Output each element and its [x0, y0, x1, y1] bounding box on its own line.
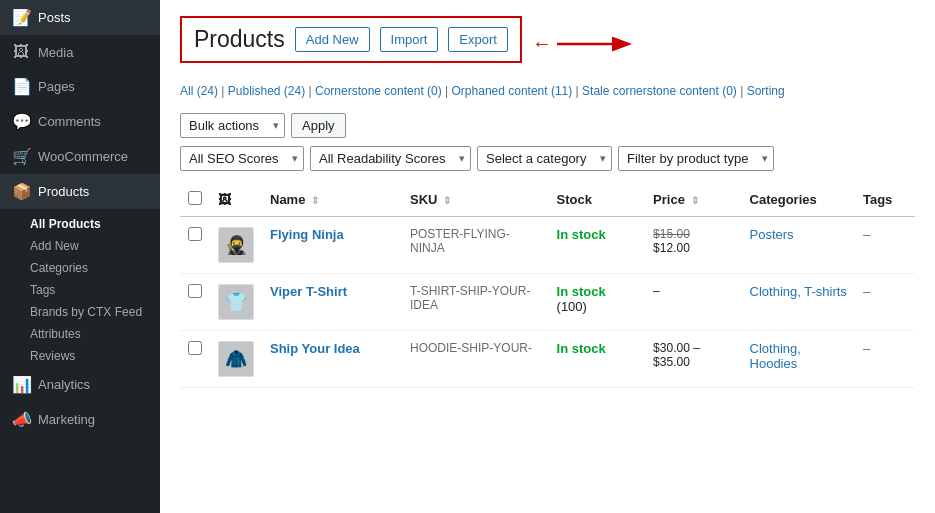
stock-status: In stock: [557, 284, 606, 299]
th-check: [180, 183, 210, 217]
filter-row: All SEO Scores All Readability Scores Se…: [180, 146, 915, 171]
th-name[interactable]: Name ⇕: [262, 183, 402, 217]
row-sku-cell: T-SHIRT-SHIP-YOUR-IDEA: [402, 273, 549, 330]
row-price-cell: $30.00 – $35.00: [645, 330, 741, 387]
table-body: 🥷Flying NinjaPOSTER-FLYING-NINJAIn stock…: [180, 216, 915, 387]
th-categories: Categories: [742, 183, 855, 217]
row-checkbox-2[interactable]: [188, 341, 202, 355]
th-price[interactable]: Price ⇕: [645, 183, 741, 217]
table-row: 🥷Flying NinjaPOSTER-FLYING-NINJAIn stock…: [180, 216, 915, 273]
bulk-actions-select[interactable]: Bulk actions: [180, 113, 285, 138]
import-button[interactable]: Import: [380, 27, 439, 52]
sidebar-item-comments[interactable]: 💬 Comments: [0, 104, 160, 139]
row-sku-cell: POSTER-FLYING-NINJA: [402, 216, 549, 273]
sidebar-sub-categories[interactable]: Categories: [0, 257, 160, 279]
th-stock-label: Stock: [557, 192, 592, 207]
row-price-cell: –: [645, 273, 741, 330]
seo-scores-wrap: All SEO Scores: [180, 146, 304, 171]
stock-status: In stock: [557, 341, 606, 356]
pages-icon: 📄: [12, 77, 30, 96]
tags-value: –: [863, 284, 870, 299]
sidebar-sub-attributes[interactable]: Attributes: [0, 323, 160, 345]
price-new: $30.00 – $35.00: [653, 341, 733, 369]
category-link[interactable]: Clothing, Hoodies: [750, 341, 801, 371]
category-link[interactable]: Posters: [750, 227, 794, 242]
add-new-button[interactable]: Add New: [295, 27, 370, 52]
sidebar-sub-reviews[interactable]: Reviews: [0, 345, 160, 367]
export-button[interactable]: Export: [448, 27, 508, 52]
filter-links: All (24) | Published (24) | Cornerstone …: [180, 81, 915, 103]
row-checkbox-1[interactable]: [188, 284, 202, 298]
filter-published-link[interactable]: Published (24): [228, 84, 305, 98]
category-select[interactable]: Select a category: [477, 146, 612, 171]
row-img-cell: 👕: [210, 273, 262, 330]
sidebar-sub-add-new[interactable]: Add New: [0, 235, 160, 257]
price-new: $12.00: [653, 241, 733, 255]
filter-orphaned-link[interactable]: Orphaned content (11): [452, 84, 573, 98]
thumbnail-icon: 🖼: [218, 192, 231, 207]
sku-sort-icon: ⇕: [443, 195, 451, 206]
sidebar-sub-all-products[interactable]: All Products: [0, 213, 160, 235]
readability-select[interactable]: All Readability Scores: [310, 146, 471, 171]
category-link[interactable]: Clothing, T-shirts: [750, 284, 847, 299]
product-thumbnail: 🥷: [218, 227, 254, 263]
sidebar-item-products[interactable]: 📦 Products: [0, 174, 160, 209]
row-tags-cell: –: [855, 273, 915, 330]
sidebar-item-woocommerce[interactable]: 🛒 WooCommerce: [0, 139, 160, 174]
sidebar-item-analytics[interactable]: 📊 Analytics: [0, 367, 160, 402]
tags-value: –: [863, 227, 870, 242]
page-title: Products: [194, 26, 285, 53]
row-img-cell: 🧥: [210, 330, 262, 387]
product-type-wrap: Filter by product type: [618, 146, 774, 171]
product-name-link[interactable]: Flying Ninja: [270, 227, 344, 242]
sidebar: 📝 Posts 🖼 Media 📄 Pages 💬 Comments 🛒 Woo…: [0, 0, 160, 513]
th-tags: Tags: [855, 183, 915, 217]
posts-icon: 📝: [12, 8, 30, 27]
readability-wrap: All Readability Scores: [310, 146, 471, 171]
sidebar-label-posts: Posts: [38, 10, 71, 25]
sidebar-item-posts[interactable]: 📝 Posts: [0, 0, 160, 35]
woocommerce-icon: 🛒: [12, 147, 30, 166]
sidebar-item-media[interactable]: 🖼 Media: [0, 35, 160, 69]
select-all-checkbox[interactable]: [188, 191, 202, 205]
main-content: Products Add New Import Export ← All (24…: [160, 0, 935, 513]
tags-value: –: [863, 341, 870, 356]
th-stock: Stock: [549, 183, 646, 217]
product-name-link[interactable]: Ship Your Idea: [270, 341, 360, 356]
comments-icon: 💬: [12, 112, 30, 131]
sidebar-sub-brands[interactable]: Brands by CTX Feed: [0, 301, 160, 323]
row-checkbox-cell: [180, 273, 210, 330]
table-header-row: 🖼 Name ⇕ SKU ⇕ Stock Price: [180, 183, 915, 217]
row-stock-cell: In stock: [549, 216, 646, 273]
filter-cornerstone-link[interactable]: Cornerstone content (0): [315, 84, 442, 98]
sidebar-sub-tags[interactable]: Tags: [0, 279, 160, 301]
row-img-cell: 🥷: [210, 216, 262, 273]
product-name-link[interactable]: Viper T-Shirt: [270, 284, 347, 299]
th-img: 🖼: [210, 183, 262, 217]
sidebar-label-comments: Comments: [38, 114, 101, 129]
apply-button[interactable]: Apply: [291, 113, 346, 138]
row-categories-cell: Posters: [742, 216, 855, 273]
media-icon: 🖼: [12, 43, 30, 61]
filter-sorting-link[interactable]: Sorting: [747, 84, 785, 98]
sidebar-sub-section: All Products Add New Categories Tags Bra…: [0, 213, 160, 367]
products-icon: 📦: [12, 182, 30, 201]
row-name-cell: Viper T-Shirt: [262, 273, 402, 330]
product-type-select[interactable]: Filter by product type: [618, 146, 774, 171]
filter-stale-link[interactable]: Stale cornerstone content (0): [582, 84, 737, 98]
th-sku[interactable]: SKU ⇕: [402, 183, 549, 217]
sidebar-item-pages[interactable]: 📄 Pages: [0, 69, 160, 104]
th-price-label: Price: [653, 192, 685, 207]
row-tags-cell: –: [855, 330, 915, 387]
product-thumbnail: 👕: [218, 284, 254, 320]
seo-scores-select[interactable]: All SEO Scores: [180, 146, 304, 171]
row-categories-cell: Clothing, T-shirts: [742, 273, 855, 330]
filter-all-link[interactable]: All (24): [180, 84, 218, 98]
sidebar-item-marketing[interactable]: 📣 Marketing: [0, 402, 160, 437]
row-categories-cell: Clothing, Hoodies: [742, 330, 855, 387]
red-arrow-right-svg: [557, 34, 637, 54]
row-price-cell: $15.00$12.00: [645, 216, 741, 273]
row-checkbox-0[interactable]: [188, 227, 202, 241]
th-sku-label: SKU: [410, 192, 437, 207]
row-stock-cell: In stock: [549, 330, 646, 387]
